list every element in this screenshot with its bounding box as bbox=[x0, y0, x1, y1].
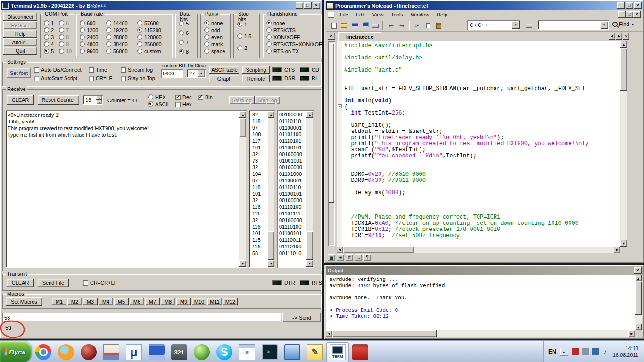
find-button[interactable]: Find ▼ bbox=[612, 21, 634, 27]
com-port-radio[interactable]: 4 bbox=[44, 41, 54, 47]
baud-radio[interactable]: 1200 bbox=[80, 27, 98, 33]
grid-view-icon[interactable]: ▦ bbox=[328, 254, 335, 261]
search-combo[interactable]: ▼ bbox=[538, 20, 609, 30]
terminal-side-button[interactable]: ReScan bbox=[3, 21, 37, 29]
parity-radio[interactable]: odd bbox=[204, 27, 225, 33]
maximize-icon[interactable]: □ bbox=[304, 2, 312, 9]
terminal-side-button[interactable]: Help bbox=[3, 30, 37, 38]
dec-list-scrollbar[interactable]: ▲ ▼ bbox=[268, 111, 274, 267]
baud-radio[interactable]: 600 bbox=[80, 20, 98, 25]
undo-icon[interactable]: ↩ bbox=[386, 20, 396, 31]
handshaking-radio[interactable]: RTS/CTS+XON/XOFF bbox=[266, 41, 325, 47]
receive-textarea[interactable]: <0>Linetracer ready 1! Ohh, yeah!This pr… bbox=[6, 110, 247, 268]
scroll-thumb[interactable] bbox=[306, 231, 313, 260]
reset-counter-button[interactable]: Reset Counter bbox=[38, 95, 79, 105]
media-player-classic-icon[interactable]: 321 bbox=[168, 342, 190, 362]
maximize-icon[interactable]: □ bbox=[626, 2, 633, 9]
autostart-script-checkbox[interactable]: AutoStart Script bbox=[34, 75, 77, 81]
scroll-right-icon[interactable]: ▶ bbox=[614, 247, 620, 253]
dropdown-icon[interactable]: ▼ bbox=[601, 21, 608, 29]
baud-radio[interactable]: 115200 bbox=[137, 27, 162, 33]
baud-radio[interactable]: 256000 bbox=[137, 41, 162, 47]
com-port-radio[interactable]: 1 bbox=[44, 20, 54, 25]
baud-radio[interactable]: 128000 bbox=[137, 34, 162, 40]
handshaking-radio[interactable]: RTS on TX bbox=[266, 49, 325, 54]
pane-close-icon[interactable]: × bbox=[328, 33, 335, 40]
dropdown-icon[interactable]: ▼ bbox=[512, 21, 520, 29]
code-content[interactable]: #include <avr/interrupt.h>#include <util… bbox=[344, 43, 619, 247]
macro-button[interactable]: M10 bbox=[192, 298, 206, 305]
parity-radio[interactable]: space bbox=[204, 49, 225, 54]
cut-icon[interactable]: ✂ bbox=[413, 20, 423, 31]
fold-toggle-icon[interactable]: − bbox=[338, 104, 342, 108]
floppy-app-icon[interactable] bbox=[145, 342, 168, 362]
save-icon[interactable] bbox=[349, 20, 360, 31]
toolbox-icon[interactable] bbox=[349, 342, 372, 362]
spinner-up-icon[interactable]: ▲ bbox=[96, 96, 102, 100]
receive-clear-button[interactable]: CLEAR bbox=[7, 95, 34, 105]
menu-window[interactable]: Window bbox=[407, 10, 433, 19]
line-numbers-icon[interactable]: # bbox=[346, 254, 353, 261]
scroll-up-icon[interactable]: ▲ bbox=[239, 111, 246, 118]
macro-button[interactable]: M1 bbox=[52, 298, 66, 305]
scroll-up-icon[interactable]: ▲ bbox=[268, 111, 274, 118]
print-icon[interactable] bbox=[524, 20, 534, 31]
output-hscrollbar[interactable]: ◀ ▶ bbox=[326, 330, 635, 337]
pane-scrollbar[interactable] bbox=[328, 41, 335, 246]
terminal-term-icon[interactable]: TERM bbox=[326, 342, 349, 362]
volume-tray-icon[interactable]: ♪ bbox=[602, 348, 609, 355]
close-icon[interactable]: × bbox=[634, 2, 642, 9]
start-button[interactable]: Пуск bbox=[0, 341, 31, 362]
terminal-side-button[interactable]: About.. bbox=[3, 38, 37, 46]
com-port-radio[interactable]: 10 bbox=[59, 49, 72, 54]
macro-button[interactable]: M8 bbox=[161, 298, 175, 305]
handshaking-radio[interactable]: XON/XOFF bbox=[266, 34, 325, 40]
auto-disconnect-checkbox[interactable]: Auto Dis/Connect bbox=[34, 67, 82, 73]
minimize-icon[interactable]: _ bbox=[617, 2, 625, 9]
tray-expand-icon[interactable]: ▲ bbox=[560, 348, 568, 356]
scroll-left-icon[interactable]: ◀ bbox=[337, 247, 343, 253]
data-bits-radio[interactable]: 7 bbox=[179, 40, 189, 45]
language-indicator[interactable]: EN bbox=[548, 348, 556, 355]
menu-view[interactable]: View bbox=[369, 10, 388, 19]
paste-icon[interactable] bbox=[433, 20, 444, 31]
menu-tools[interactable]: Tools bbox=[387, 10, 407, 19]
scroll-up-icon[interactable]: ▲ bbox=[620, 41, 627, 48]
baud-radio[interactable]: 14400 bbox=[106, 20, 128, 25]
ascii-table-button[interactable]: ASCII table bbox=[209, 66, 239, 74]
handshaking-radio[interactable]: none bbox=[266, 20, 325, 25]
file-manager-icon[interactable] bbox=[100, 342, 123, 362]
counter-spinner[interactable]: 13 ▲ ▼ bbox=[83, 95, 103, 105]
menu-help[interactable]: Help bbox=[433, 10, 451, 19]
macro-button[interactable]: M5 bbox=[114, 298, 129, 305]
new-file-icon[interactable] bbox=[329, 20, 339, 31]
data-bits-radio[interactable]: 5 bbox=[179, 21, 189, 26]
hex-mode-radio[interactable]: HEX bbox=[148, 94, 166, 99]
clock[interactable]: 14:13 16.08.2011 bbox=[613, 345, 640, 358]
pane-scroll-thumb[interactable] bbox=[329, 43, 334, 203]
notes-icon[interactable]: ✎ bbox=[304, 342, 326, 362]
scheme-select[interactable]: C / C++ ▼ bbox=[467, 20, 520, 30]
bin-list-scrollbar[interactable]: ▲ ▼ bbox=[306, 111, 313, 267]
mdi-close-icon[interactable]: × bbox=[633, 11, 641, 18]
time-checkbox[interactable]: Time bbox=[89, 67, 107, 73]
scroll-right-icon[interactable]: ▶ bbox=[628, 330, 635, 337]
com-port-radio[interactable]: 8 bbox=[59, 34, 72, 40]
mdi-restore-icon[interactable]: □ bbox=[626, 11, 633, 18]
custom-br-input[interactable] bbox=[161, 69, 183, 78]
bin-values-list[interactable]: 0010000001110110011000010110110001110101… bbox=[277, 110, 314, 268]
terminal-side-button[interactable]: Quit bbox=[3, 47, 37, 55]
utorrent-icon[interactable]: μ bbox=[123, 342, 145, 362]
cr-lf-checkbox[interactable]: CR=LF bbox=[89, 75, 112, 81]
scroll-left-icon[interactable]: ◀ bbox=[326, 330, 332, 337]
macro-button[interactable]: M4 bbox=[99, 298, 113, 305]
network-monitor-icon[interactable] bbox=[281, 342, 304, 362]
handshaking-radio[interactable]: RTS/CTS bbox=[266, 27, 325, 33]
com-port-radio[interactable]: 2 bbox=[44, 27, 54, 33]
remote-button[interactable]: Remote bbox=[242, 75, 270, 82]
copy-icon[interactable] bbox=[423, 20, 433, 31]
print-icon[interactable] bbox=[370, 20, 380, 31]
scroll-down-icon[interactable]: ▼ bbox=[306, 260, 313, 267]
macro-button[interactable]: M7 bbox=[145, 298, 160, 305]
hex-checkbox[interactable]: Hex bbox=[175, 101, 192, 107]
